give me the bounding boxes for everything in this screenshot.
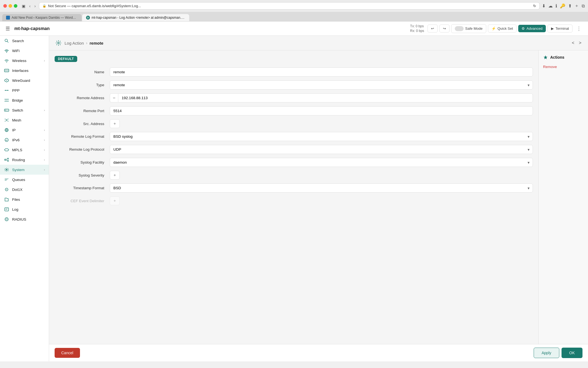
terminal-icon: ▶ [551,26,554,31]
svg-point-2 [6,62,7,63]
sidebar-label-mesh: Mesh [12,118,21,122]
cef-event-delimiter-row: CEF Event Delimiter ＋ [55,196,533,205]
cef-event-delimiter-plus-button[interactable]: ＋ [110,196,120,205]
sidebar-item-dot1x[interactable]: Dot1X [0,185,49,194]
syslog-facility-select[interactable]: daemon kern user mail [110,158,533,167]
sidebar-item-wireguard[interactable]: WireGuard [0,75,49,85]
svg-line-1 [7,41,8,42]
sidebar-item-interfaces[interactable]: Interfaces [0,66,49,75]
sidebar-item-routing[interactable]: Routing › [0,155,49,165]
sidebar-item-search[interactable]: Search [0,36,49,46]
type-select[interactable]: remote memory disk echo [110,80,533,90]
tab-wordpress[interactable]: Add New Post ‹ Kaspars Dambis — WordPres… [2,14,82,21]
svg-rect-14 [5,99,6,101]
apply-button[interactable]: Apply [534,348,559,358]
svg-rect-43 [5,179,7,180]
remote-log-protocol-label: Remote Log Protocol [55,147,110,151]
log-icon [4,207,9,212]
sidebar-label-wireless: Wireless [12,59,26,63]
timestamp-format-select[interactable]: BSD ISO 8601 [110,183,533,193]
info-icon[interactable]: ℹ [555,3,557,9]
security-icon: 🔒 [42,4,46,8]
syslog-severity-plus-button[interactable]: ＋ [110,171,120,180]
tab-routeros[interactable]: D mt-hap-capsman - Log Action <remote> a… [82,14,189,21]
breadcrumb-separator: › [86,41,87,45]
forward-button[interactable]: › [33,3,37,9]
menu-toggle-button[interactable]: ☰ [4,25,11,33]
src-address-plus-button[interactable]: ＋ [110,119,120,128]
sidebar-item-bridge[interactable]: Bridge [0,95,49,105]
sidebar-item-mesh[interactable]: Mesh [0,115,49,125]
remove-action[interactable]: Remove [543,64,584,69]
wireless-icon [4,58,9,63]
sidebar-item-wireless[interactable]: Wireless › [0,56,49,66]
remote-address-field[interactable] [118,93,533,102]
maximize-button[interactable] [14,4,17,8]
redo-button[interactable]: ↪ [439,25,450,33]
search-icon [4,38,9,44]
remote-log-format-select[interactable]: BSD syslog CEF [110,132,533,141]
svg-point-21 [6,120,7,121]
sidebar-item-ipv6[interactable]: v6 IPv6 › [0,135,49,145]
safe-mode-label: Safe Mode [465,26,483,31]
cancel-button[interactable]: Cancel [55,348,80,358]
address-bar[interactable]: 🔒 Not Secure — capsman.e5.damb.is/webfig… [39,2,540,10]
tabs-icon[interactable]: ⧉ [582,4,585,9]
remote-log-protocol-wrapper: UDP TCP [110,145,533,154]
tx-display: Tx: 0 bps [410,24,424,29]
sidebar-item-files[interactable]: Files [0,194,49,204]
remote-port-field[interactable] [110,106,533,115]
system-icon [4,167,9,172]
remote-log-protocol-select[interactable]: UDP TCP [110,145,533,154]
quick-set-button[interactable]: ⚡ Quick Set [488,25,517,33]
svg-point-8 [6,80,7,81]
ok-button[interactable]: OK [562,348,582,358]
close-button[interactable] [3,4,7,8]
svg-text:v6: v6 [6,139,7,141]
safe-mode-button[interactable]: Safe Mode [451,24,486,33]
cloud-icon[interactable]: ☁ [548,3,553,9]
sidebar-item-ppp[interactable]: PPP [0,85,49,95]
name-field[interactable] [110,67,533,77]
sidebar-item-log[interactable]: Log [0,204,49,214]
actions-title: Actions [543,55,584,60]
syslog-severity-row: Syslog Severity ＋ [55,171,533,180]
sidebar-label-interfaces: Interfaces [12,69,28,73]
sidebar-item-ip[interactable]: IP › [0,125,49,135]
sidebar-item-wifi[interactable]: WiFi [0,46,49,56]
svg-point-36 [5,159,6,161]
share-icon[interactable]: ⬆ [568,3,572,9]
more-button[interactable]: ⋮ [574,25,584,33]
undo-button[interactable]: ↩ [427,25,438,33]
svg-rect-4 [5,70,6,71]
system-chevron: › [44,168,45,171]
sidebar-item-system[interactable]: System › [0,165,49,175]
src-address-row: Src. Address ＋ [55,119,533,128]
terminal-button[interactable]: ▶ Terminal [547,25,573,33]
svg-point-18 [5,110,6,111]
sidebar-label-ipv6: IPv6 [12,138,20,142]
prev-record-button[interactable]: < [571,39,575,47]
password-icon[interactable]: 🔑 [560,3,565,9]
advanced-button[interactable]: ⚙ Advanced [518,25,546,32]
sidebar-item-switch[interactable]: Switch › [0,105,49,115]
reload-button[interactable]: ↻ [533,4,536,8]
remote-log-format-row: Remote Log Format BSD syslog CEF [55,132,533,141]
new-tab-icon[interactable]: ＋ [574,3,579,9]
next-record-button[interactable]: > [578,39,582,47]
remote-log-format-wrapper: BSD syslog CEF [110,132,533,141]
download-icon[interactable]: ⬇ [542,3,546,9]
files-icon [4,197,9,202]
minimize-button[interactable] [9,4,12,8]
sidebar-item-radius[interactable]: RADIUS [0,214,49,224]
remote-address-minus-button[interactable]: − [110,93,118,102]
actions-icon [543,55,548,60]
sidebar-item-mpls[interactable]: MPLS › [0,145,49,155]
sidebar-item-queues[interactable]: Queues [0,175,49,185]
sidebar-toggle-button[interactable]: ▣ [21,3,26,9]
ipv6-chevron: › [44,138,45,142]
radius-icon [4,217,9,222]
type-label: Type [55,83,110,87]
svg-rect-15 [6,99,7,101]
back-button[interactable]: ‹ [28,3,32,9]
